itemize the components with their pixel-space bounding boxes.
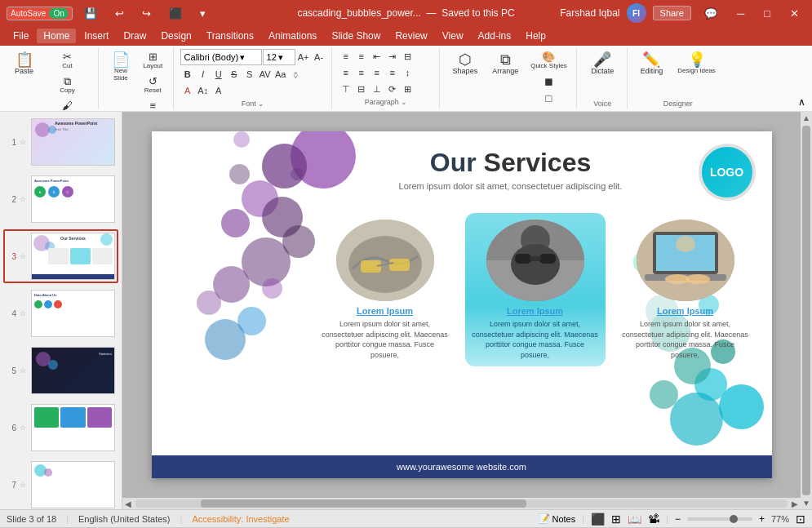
bullets-button[interactable]: ≡ — [339, 49, 353, 64]
zoom-in-button[interactable]: + — [759, 513, 765, 525]
hscroll-track[interactable] — [135, 499, 788, 508]
menu-addins[interactable]: Add-ins — [472, 29, 518, 43]
design-ideas-button[interactable]: 💡 Design Ideas — [671, 49, 722, 78]
shape-fill-button[interactable]: ◼ — [526, 73, 570, 89]
font-size-big-button[interactable]: A — [211, 83, 226, 98]
zoom-out-button[interactable]: − — [675, 513, 681, 525]
font-name-dropdown[interactable]: Calibri (Body) ▾ — [180, 49, 262, 65]
card-link-2[interactable]: Lorem Ipsum — [472, 306, 599, 316]
slide-title-area[interactable]: Our Services Lorem ipsum dolor sit amet,… — [315, 148, 707, 191]
shapes-button[interactable]: ⬡ Shapes — [446, 49, 485, 78]
service-card-2[interactable]: Lorem Ipsum Lorem ipsum dolor sit amet, … — [465, 213, 606, 366]
slide-preview-4[interactable]: Data About Us — [31, 290, 115, 337]
slide-thumb-5[interactable]: 5 ☆ Statistics — [3, 344, 118, 397]
valign-bottom-button[interactable]: ⊥ — [370, 82, 384, 96]
vertical-scrollbar[interactable]: ▲ ▼ — [801, 112, 812, 509]
italic-button[interactable]: I — [196, 67, 211, 82]
spacing-button[interactable]: AV — [258, 67, 273, 82]
col-layout-button[interactable]: ⊟ — [401, 49, 415, 64]
shape-outline-button[interactable]: □ — [526, 91, 570, 106]
card-link-3[interactable]: Lorem Ipsum — [622, 306, 749, 316]
restore-button[interactable]: □ — [757, 6, 777, 21]
slide-preview-2[interactable]: Awesome PowerPoint A B C — [31, 175, 115, 223]
slide-thumb-1[interactable]: 1 ☆ Awesome PowerPoint Free Title — [3, 115, 118, 169]
menu-file[interactable]: File — [7, 29, 35, 43]
indent-decrease-button[interactable]: ⇤ — [370, 49, 384, 64]
align-left-button[interactable]: ≡ — [339, 65, 353, 80]
char-spacing-button[interactable]: A↕ — [196, 83, 211, 98]
more-commands-button[interactable]: ▾ — [193, 6, 212, 21]
accessibility[interactable]: Accessibility: Investigate — [192, 514, 289, 524]
copy-button[interactable]: ⧉Copy — [42, 73, 93, 96]
vscroll-down-arrow[interactable]: ▼ — [801, 497, 812, 509]
save-button[interactable]: 💾 — [78, 6, 104, 21]
valign-mid-button[interactable]: ⊟ — [354, 82, 369, 96]
dictate-button[interactable]: 🎤 Dictate — [584, 49, 620, 78]
vscroll-up-arrow[interactable]: ▲ — [801, 112, 812, 124]
hscroll-thumb[interactable] — [201, 499, 527, 508]
menu-insert[interactable]: Insert — [78, 29, 115, 43]
menu-view[interactable]: View — [436, 29, 470, 43]
menu-review[interactable]: Review — [388, 29, 433, 43]
menu-home[interactable]: Home — [37, 29, 76, 43]
underline-button[interactable]: U — [211, 67, 226, 82]
bold-button[interactable]: B — [180, 67, 195, 82]
horizontal-scrollbar[interactable]: ◀ ▶ — [122, 498, 801, 509]
redo-button[interactable]: ↪ — [135, 6, 158, 21]
vscroll-thumb[interactable] — [802, 126, 810, 495]
slide-thumb-2[interactable]: 2 ☆ Awesome PowerPoint A B C — [3, 172, 118, 226]
clear-format-button[interactable]: ⎀ — [289, 67, 304, 82]
menu-draw[interactable]: Draw — [117, 29, 153, 43]
line-spacing-button[interactable]: ↕ — [401, 65, 415, 80]
avatar[interactable]: FI — [627, 3, 646, 23]
view-presenter-button[interactable]: 📽 — [648, 512, 659, 526]
editing-button[interactable]: ✏️ Editing — [634, 49, 670, 78]
ribbon-collapse-button[interactable]: ∧ — [795, 95, 809, 109]
slide-thumb-7[interactable]: 7 ☆ — [3, 458, 118, 509]
view-slide-sorter-button[interactable]: ⊞ — [611, 512, 621, 526]
font-size-dropdown[interactable]: 12 ▾ — [263, 49, 295, 65]
font-color-button[interactable]: A — [180, 83, 195, 98]
new-slide-button[interactable]: 📄 NewSlide — [105, 49, 136, 85]
strikethrough-button[interactable]: S — [227, 67, 242, 82]
slide-preview-6[interactable] — [31, 404, 115, 451]
slide-preview-7[interactable] — [31, 461, 115, 508]
menu-animations[interactable]: Animations — [262, 29, 323, 43]
menu-transitions[interactable]: Transitions — [200, 29, 260, 43]
undo-button[interactable]: ↩ — [109, 6, 131, 21]
quick-styles-button[interactable]: 🎨Quick Styles — [526, 49, 570, 72]
align-right-button[interactable]: ≡ — [370, 65, 384, 80]
decrease-font-button[interactable]: A- — [312, 50, 326, 64]
cut-button[interactable]: ✂Cut — [42, 49, 93, 72]
close-button[interactable]: ✕ — [783, 6, 805, 21]
slide-preview-5[interactable]: Statistics — [31, 347, 115, 394]
increase-font-button[interactable]: A+ — [296, 50, 311, 64]
slide-panel[interactable]: 1 ☆ Awesome PowerPoint Free Title 2 ☆ Aw… — [0, 112, 122, 509]
slide-preview-1[interactable]: Awesome PowerPoint Free Title — [31, 118, 115, 166]
hscroll-left-arrow[interactable]: ◀ — [122, 499, 134, 508]
slide-preview-3[interactable]: Our Services — [31, 233, 115, 280]
menu-design[interactable]: Design — [154, 29, 197, 43]
notes-button[interactable]: 📝 Notes — [539, 513, 575, 524]
numbering-button[interactable]: ≡ — [354, 49, 369, 64]
case-button[interactable]: Aa — [273, 67, 288, 82]
layout-button[interactable]: ⊞Layout — [138, 49, 168, 72]
paste-button[interactable]: 📋 Paste — [8, 49, 40, 78]
arrange-button[interactable]: ⧉ Arrange — [486, 49, 525, 78]
presentation-mode-button[interactable]: ⬛ — [162, 6, 189, 21]
zoom-slider[interactable] — [687, 517, 752, 521]
share-button[interactable]: Share — [653, 6, 691, 20]
reset-button[interactable]: ↺Reset — [138, 73, 168, 96]
comments-button[interactable]: 💬 — [698, 6, 724, 21]
autosave-badge[interactable]: AutoSave On — [7, 7, 73, 20]
valign-top-button[interactable]: ⊤ — [339, 82, 353, 96]
slide-canvas[interactable]: LOGO Our Services Lorem ipsum dolor sit … — [122, 112, 801, 498]
indent-increase-button[interactable]: ⇥ — [385, 49, 400, 64]
menu-help[interactable]: Help — [519, 29, 552, 43]
fit-to-window-button[interactable]: ⊡ — [796, 512, 805, 526]
hscroll-right-arrow[interactable]: ▶ — [789, 499, 801, 508]
convert-smartart-button[interactable]: ⊞ — [401, 82, 415, 96]
justify-button[interactable]: ≡ — [385, 65, 400, 80]
view-normal-button[interactable]: ⬛ — [591, 512, 605, 526]
minimize-button[interactable]: ─ — [730, 6, 751, 21]
